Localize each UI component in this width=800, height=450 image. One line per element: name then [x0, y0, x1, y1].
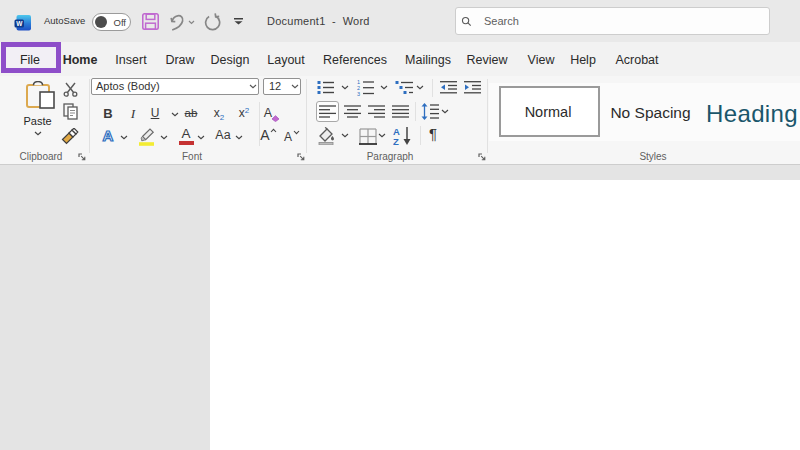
svg-text:Z: Z: [393, 136, 399, 146]
svg-text:W: W: [16, 20, 23, 27]
svg-text:3: 3: [357, 91, 360, 96]
